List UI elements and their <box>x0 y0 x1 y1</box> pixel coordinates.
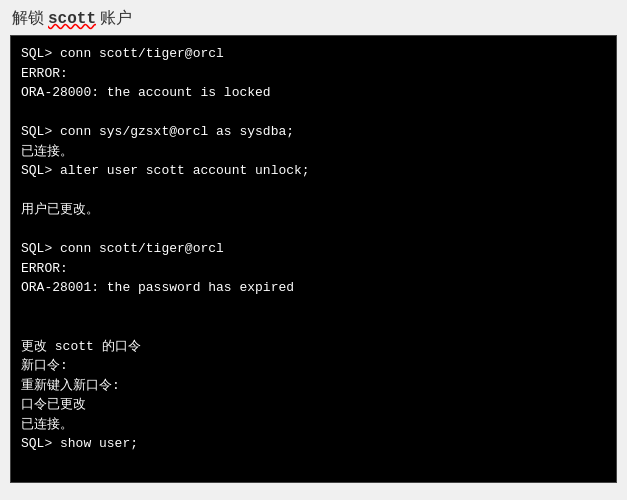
terminal-line: ORA-28000: the account is locked <box>21 83 606 103</box>
terminal-line <box>21 103 606 123</box>
title-code: scott <box>48 10 96 28</box>
terminal-line <box>21 181 606 201</box>
terminal-line: SQL> alter user scott account unlock; <box>21 161 606 181</box>
terminal-line: 更改 scott 的口令 <box>21 337 606 357</box>
terminal-line: SQL> show user; <box>21 434 606 454</box>
terminal-line: SQL> conn sys/gzsxt@orcl as sysdba; <box>21 122 606 142</box>
terminal-line: ORA-28001: the password has expired <box>21 278 606 298</box>
terminal-line: 已连接。 <box>21 142 606 162</box>
terminal-line: SQL> conn scott/tiger@orcl <box>21 44 606 64</box>
terminal-line: ERROR: <box>21 259 606 279</box>
terminal-line: ERROR: <box>21 64 606 84</box>
terminal-line: SQL> conn scott/tiger@orcl <box>21 239 606 259</box>
title-bar: 解锁 scott 账户 <box>0 0 627 35</box>
terminal-line: 已连接。 <box>21 415 606 435</box>
terminal-line <box>21 317 606 337</box>
title-prefix: 解锁 <box>12 8 44 29</box>
terminal-line: 用户已更改。 <box>21 200 606 220</box>
terminal-window[interactable]: SQL> conn scott/tiger@orclERROR:ORA-2800… <box>10 35 617 483</box>
terminal-line: 新口令: <box>21 356 606 376</box>
terminal-line <box>21 298 606 318</box>
terminal-line: 口令已更改 <box>21 395 606 415</box>
terminal-line: 重新键入新口令: <box>21 376 606 396</box>
title-suffix: 账户 <box>100 8 132 29</box>
terminal-line <box>21 220 606 240</box>
